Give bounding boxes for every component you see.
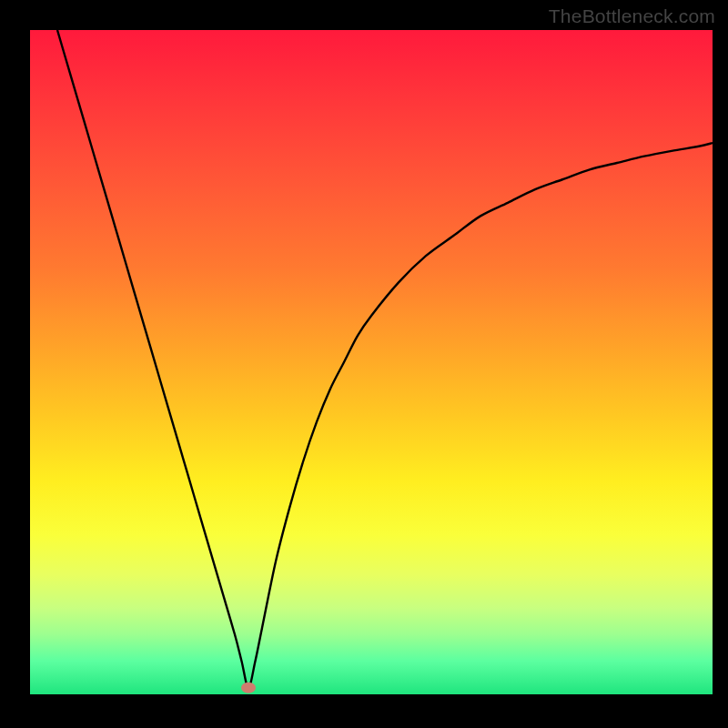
curve-line bbox=[57, 30, 713, 688]
bottleneck-curve bbox=[30, 30, 713, 694]
optimal-point-marker bbox=[241, 682, 256, 693]
watermark-text: TheBottleneck.com bbox=[549, 5, 715, 27]
chart-frame: TheBottleneck.com bbox=[0, 0, 728, 728]
plot-area bbox=[30, 30, 713, 694]
